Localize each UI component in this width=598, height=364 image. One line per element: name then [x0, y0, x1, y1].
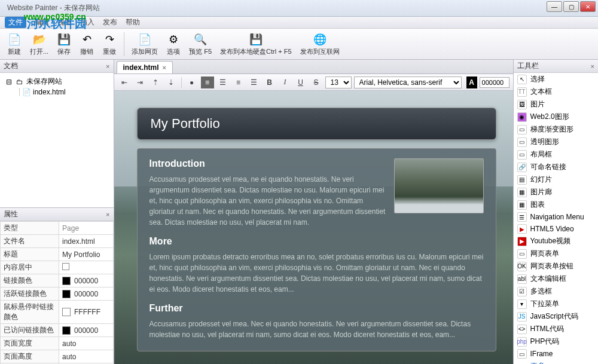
minimize-button[interactable]: — [547, 1, 562, 12]
menu-帮助[interactable]: 帮助 [126, 17, 140, 27]
strike-button[interactable]: S [310, 77, 323, 88]
menu-文件[interactable]: 文件 [5, 17, 26, 28]
tool-HTML5 Video[interactable]: ▶HTML5 Video [514, 223, 598, 235]
toolbar-发布到本地硬盘Ctrl + F5[interactable]: 💾发布到本地硬盘Ctrl + F5 [216, 31, 295, 57]
align-center-icon[interactable]: ☰ [216, 77, 230, 88]
toolbar-选项[interactable]: ⚙选项 [163, 31, 184, 57]
tool-图片[interactable]: 🖼图片 [514, 98, 598, 111]
close-icon[interactable]: × [591, 63, 594, 70]
prop-row[interactable]: 内容居中 [1, 261, 114, 274]
toolbar-icon: 📄 [7, 32, 22, 47]
properties-panel: 属性 × 类型Page文件名index.html标题My Portfolio内容… [0, 208, 114, 364]
toolbar-保存[interactable]: 💾保存 [53, 31, 75, 57]
prop-row[interactable]: 已访问链接颜色000000 [1, 324, 114, 337]
menu-视图[interactable]: 视图 [57, 17, 72, 27]
design-canvas[interactable]: My Portfolio IntroductionAccusamus prode… [114, 91, 513, 364]
tool-icon: 🔗 [517, 163, 527, 172]
toolbar-重做[interactable]: ↷重做 [99, 31, 120, 57]
tab-index-html[interactable]: index.html × [117, 61, 173, 74]
toolbar-icon: ⚙ [166, 32, 181, 47]
nudge-right-icon[interactable]: ⇥ [133, 77, 147, 88]
tool-Web2.0图形[interactable]: ◉Web2.0图形 [514, 111, 598, 123]
tool-文本编辑框[interactable]: abl文本编辑框 [514, 273, 598, 285]
tool-布局框[interactable]: ▭布局框 [514, 148, 598, 161]
close-button[interactable]: ✕ [580, 1, 596, 12]
toolbar-icon: 📂 [32, 32, 47, 47]
tool-下拉菜单[interactable]: ▾下拉菜单 [514, 298, 598, 310]
tree-item-index[interactable]: 📄 index.html [2, 88, 111, 96]
align-right-icon[interactable]: ≡ [232, 77, 245, 88]
tool-icon: ☰ [517, 212, 527, 222]
toolbar-发布到互联网[interactable]: 🌐发布到互联网 [297, 31, 343, 57]
tool-IFrame[interactable]: ▭IFrame [514, 348, 598, 360]
tool-更多[interactable]: ▸更多 [514, 360, 598, 364]
close-icon[interactable]: × [106, 211, 109, 218]
tool-幻灯片[interactable]: ▤幻灯片 [514, 173, 598, 186]
main-toolbar: 📄新建📂打开...💾保存↶撤销↷重做📄添加网页⚙选项🔍预览 F5💾发布到本地硬盘… [0, 29, 598, 60]
tool-文本框[interactable]: TT文本框 [514, 85, 598, 98]
tool-选择[interactable]: ↖选择 [514, 73, 598, 85]
minus-icon: ⊟ [5, 78, 13, 86]
toolbar-打开...[interactable]: 📂打开... [26, 31, 52, 57]
format-toolbar: ⇤ ⇥ ⇡ ⇣ ● ≡ ☰ ≡ ☰ B I U S 13 Arial, Helv… [114, 74, 513, 91]
prop-row[interactable]: 页面宽度auto [1, 337, 114, 350]
toolbar-新建[interactable]: 📄新建 [4, 31, 25, 57]
tool-icon: ▶ [517, 224, 527, 234]
tool-icon: ▭ [517, 349, 527, 359]
properties-panel-header: 属性 × [0, 208, 114, 221]
tool-Navigation Menu[interactable]: ☰Navigation Menu [514, 211, 598, 223]
tree-root[interactable]: ⊟ 🗀 未保存网站 [2, 75, 111, 88]
tool-icon: ▦ [517, 200, 527, 210]
bullet-icon[interactable]: ● [185, 77, 199, 88]
align-left-icon[interactable]: ≡ [201, 77, 214, 88]
tool-icon: ◉ [517, 112, 527, 122]
menu-发布[interactable]: 发布 [103, 17, 117, 27]
prop-row[interactable]: 类型Page [1, 222, 114, 235]
bold-button[interactable]: B [263, 77, 276, 88]
page-content[interactable]: IntroductionAccusamus prodesset vel mea,… [137, 148, 496, 351]
menu-插入[interactable]: 插入 [80, 17, 94, 27]
text-color-button[interactable]: A [466, 77, 477, 88]
toolbar-icon: 💾 [57, 32, 71, 47]
toolbar-添加网页[interactable]: 📄添加网页 [128, 31, 161, 57]
tool-icon: OK [517, 262, 527, 271]
toolbar-icon: 🌐 [313, 32, 327, 47]
prop-row[interactable]: 链接颜色000000 [1, 274, 114, 287]
underline-button[interactable]: U [294, 77, 307, 88]
tool-Youtube视频[interactable]: ▶Youtube视频 [514, 235, 598, 247]
prop-row[interactable]: 活跃链接颜色000000 [1, 287, 114, 301]
window-controls: — ▢ ✕ [547, 1, 596, 12]
prop-row[interactable]: 标题My Portfolio [1, 248, 114, 261]
color-hex-input[interactable] [480, 77, 509, 88]
prop-row[interactable]: 文件名index.html [1, 235, 114, 248]
nudge-up-icon[interactable]: ⇡ [149, 77, 162, 88]
tool-透明图形[interactable]: ▭透明图形 [514, 136, 598, 148]
toolbar-预览 F5[interactable]: 🔍预览 F5 [185, 31, 215, 57]
tool-图片廊[interactable]: ▦图片廊 [514, 186, 598, 198]
tool-HTML代码[interactable]: <>HTML代码 [514, 323, 598, 335]
close-icon[interactable]: × [106, 63, 109, 70]
nudge-down-icon[interactable]: ⇣ [164, 77, 178, 88]
tool-JavaScript代码[interactable]: JSJavaScript代码 [514, 310, 598, 323]
close-icon[interactable]: × [163, 64, 166, 71]
prop-row[interactable]: 鼠标悬停时链接颜色FFFFFF [1, 301, 114, 324]
prop-row[interactable]: 页面高度auto [1, 350, 114, 363]
tool-icon: php [517, 337, 527, 347]
intro-image[interactable] [394, 158, 484, 213]
tool-网页表单按钮[interactable]: OK网页表单按钮 [514, 260, 598, 273]
tool-梯度渐变图形[interactable]: ▭梯度渐变图形 [514, 123, 598, 136]
font-family-select[interactable]: Arial, Helvetica, sans-serif [354, 77, 462, 88]
tool-网页表单[interactable]: ▭网页表单 [514, 247, 598, 260]
maximize-button[interactable]: ▢ [563, 1, 579, 12]
nudge-left-icon[interactable]: ⇤ [118, 77, 131, 88]
toolbar-撤销[interactable]: ↶撤销 [76, 31, 97, 57]
font-size-select[interactable]: 13 [325, 77, 352, 88]
tool-图表[interactable]: ▦图表 [514, 198, 598, 211]
tool-PHP代码[interactable]: phpPHP代码 [514, 335, 598, 348]
tool-可命名链接[interactable]: 🔗可命名链接 [514, 161, 598, 173]
align-justify-icon[interactable]: ☰ [248, 77, 261, 88]
page-header[interactable]: My Portfolio [137, 108, 496, 140]
menu-编辑[interactable]: 编辑 [35, 17, 49, 27]
tool-多选框[interactable]: ☑多选框 [514, 285, 598, 298]
italic-button[interactable]: I [279, 77, 292, 88]
